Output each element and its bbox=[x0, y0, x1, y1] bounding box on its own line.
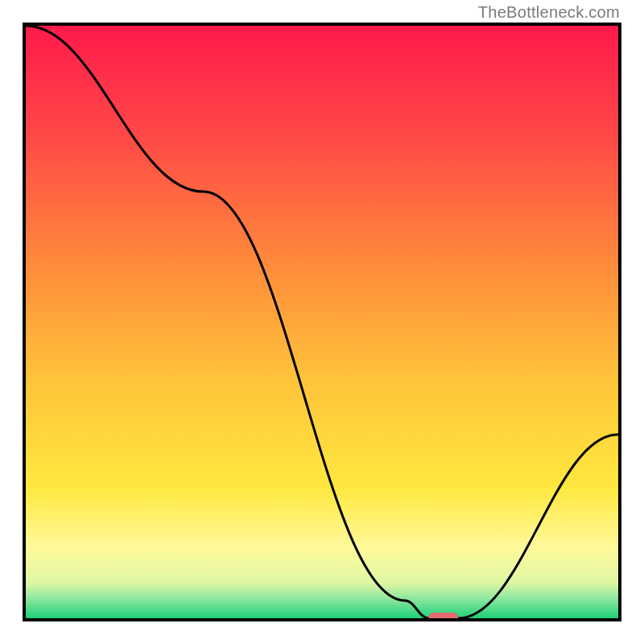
gradient-background bbox=[26, 26, 618, 618]
plot-area bbox=[23, 23, 621, 621]
bottleneck-chart: TheBottleneck.com bbox=[0, 0, 644, 644]
plot-svg bbox=[26, 26, 618, 618]
watermark-text: TheBottleneck.com bbox=[478, 3, 620, 22]
marker-pill bbox=[428, 613, 458, 618]
